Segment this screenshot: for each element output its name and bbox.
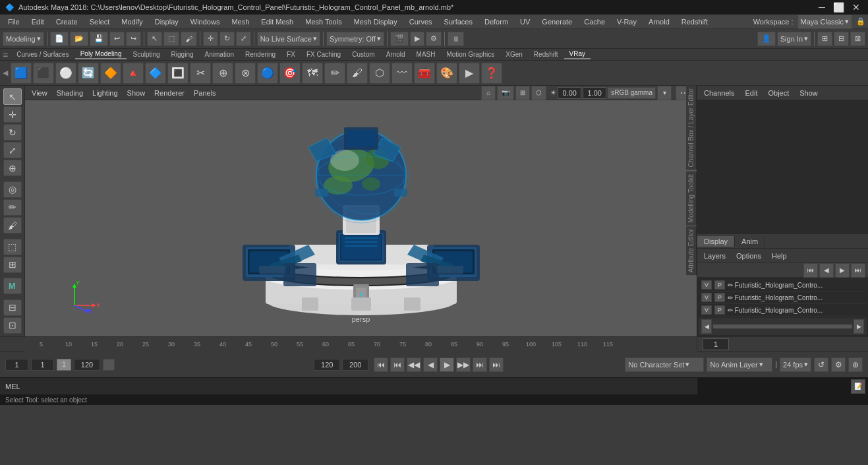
snap-grid[interactable]: ⊟ xyxy=(3,299,22,316)
minimize-btn[interactable]: ─ xyxy=(816,2,828,13)
vp-menu-panels[interactable]: Panels xyxy=(190,88,220,98)
paint-sel-btn[interactable]: 🖌 xyxy=(181,32,197,46)
select-tool[interactable]: ↖ xyxy=(3,88,22,105)
symmetry-dropdown[interactable]: Symmetry: Off ▾ xyxy=(326,32,384,46)
new-file-btn[interactable]: 📄 xyxy=(50,32,69,46)
shelf-icon-1[interactable]: 🟦 xyxy=(11,63,32,84)
shelf-tab-mash[interactable]: MASH xyxy=(411,50,441,59)
shelf-icon-13[interactable]: 🎯 xyxy=(279,63,301,84)
pb-step-back[interactable]: ⏮ xyxy=(390,357,405,372)
layer-nav-end[interactable]: ⏭ xyxy=(851,263,865,278)
shelf-icon-9[interactable]: ✂ xyxy=(190,63,211,84)
shelf-icon-12[interactable]: 🔵 xyxy=(257,63,278,84)
maximize-btn[interactable]: ⬜ xyxy=(830,2,847,13)
layer-p-3[interactable]: P xyxy=(714,305,725,315)
shelf-icon-16[interactable]: 🖌 xyxy=(347,63,368,84)
layer-nav-start[interactable]: ⏮ xyxy=(803,263,818,278)
menu-display[interactable]: Display xyxy=(150,16,184,27)
help-btn[interactable]: Help xyxy=(769,251,790,261)
shelf-tab-poly[interactable]: Poly Modeling xyxy=(75,49,127,59)
shelf-icon-4[interactable]: 🔄 xyxy=(78,63,99,84)
layer-name-1[interactable]: ✏ Futuristic_Hologram_Contro... xyxy=(728,282,864,289)
menu-uv[interactable]: UV xyxy=(515,16,535,27)
pb-play-fwd[interactable]: ▶ xyxy=(440,357,454,372)
layer-name-2[interactable]: ✏ Futuristic_Hologram_Contro... xyxy=(728,294,864,301)
pb-extra-btn[interactable]: ⊕ xyxy=(848,357,863,372)
shelf-icon-7[interactable]: 🔷 xyxy=(145,63,166,84)
layer-p-2[interactable]: P xyxy=(714,293,725,302)
paint-tool[interactable]: 🖌 xyxy=(3,217,22,233)
shelf-tab-fx[interactable]: FX xyxy=(281,50,301,59)
scale-tool[interactable]: ⤢ xyxy=(3,142,22,158)
shelf-icon-17[interactable]: ⬡ xyxy=(369,63,390,84)
gamma-input2[interactable] xyxy=(583,87,606,99)
loop-btn[interactable]: ↺ xyxy=(814,357,828,372)
shelf-menu-icon[interactable]: ≡ xyxy=(3,49,8,60)
shelf-tab-fxcaching[interactable]: FX Caching xyxy=(301,50,346,59)
render-btn[interactable]: 🎬 xyxy=(390,32,409,46)
shelf-tab-xgen[interactable]: XGen xyxy=(500,50,528,59)
menu-meshtools[interactable]: Mesh Tools xyxy=(300,16,347,27)
workspace-dropdown[interactable]: Maya Classic ▾ xyxy=(797,15,852,29)
playback-start-input[interactable] xyxy=(314,359,340,371)
timeline-numbers[interactable]: 5 10 15 20 25 30 35 40 45 50 55 60 65 70… xyxy=(25,337,697,352)
shelf-icon-20[interactable]: 🎨 xyxy=(436,63,457,84)
current-frame-input[interactable] xyxy=(31,359,54,371)
anim-layer-tab[interactable]: Anim xyxy=(735,236,765,247)
display-layer-tab[interactable]: Display xyxy=(697,236,735,247)
rotate-btn[interactable]: ↻ xyxy=(219,32,235,46)
current-frame-right[interactable] xyxy=(703,338,729,350)
vp-menu-show[interactable]: Show xyxy=(123,88,150,98)
signin-dropdown[interactable]: Sign In ▾ xyxy=(777,32,811,46)
shelf-icon-2[interactable]: ⬛ xyxy=(33,63,54,84)
rotate-tool[interactable]: ↻ xyxy=(3,124,22,140)
pb-play-back[interactable]: ◀ xyxy=(423,357,438,372)
pb-skip-end[interactable]: ⏭ xyxy=(489,357,504,372)
menu-create[interactable]: Create xyxy=(51,16,83,27)
settings-btn[interactable]: ⚙ xyxy=(426,32,442,46)
shelf-tab-rendering[interactable]: Rendering xyxy=(240,50,281,59)
shelf-icon-11[interactable]: ⊗ xyxy=(235,63,256,84)
anim-layer-dropdown[interactable]: No Anim Layer ▾ xyxy=(707,357,772,372)
shelf-icon-18[interactable]: 〰 xyxy=(391,63,413,84)
vp-menu-renderer[interactable]: Renderer xyxy=(150,88,188,98)
window-controls[interactable]: ─ ⬜ ✕ xyxy=(816,2,863,13)
menu-windows[interactable]: Windows xyxy=(185,16,225,27)
pause-btn[interactable]: ⏸ xyxy=(448,32,464,46)
layer-p-1[interactable]: P xyxy=(714,280,725,290)
shelf-tab-redshift[interactable]: Redshift xyxy=(529,50,564,59)
menu-surfaces[interactable]: Surfaces xyxy=(439,16,478,27)
menu-editmesh[interactable]: Edit Mesh xyxy=(256,16,299,27)
scale-btn[interactable]: ⤢ xyxy=(236,32,251,46)
vp-icon-grid[interactable]: ⊞ xyxy=(515,86,530,100)
shelf-tab-rigging[interactable]: Rigging xyxy=(166,50,199,59)
ipr-btn[interactable]: ▶ xyxy=(410,32,424,46)
shelf-icon-8[interactable]: 🔳 xyxy=(167,63,188,84)
show-btn[interactable]: Show xyxy=(797,88,821,98)
marquee-sel[interactable]: ⬚ xyxy=(3,239,22,255)
select-tool-btn[interactable]: ↖ xyxy=(147,32,162,46)
shelf-icon-6[interactable]: 🔺 xyxy=(123,63,144,84)
shelf-tab-animation[interactable]: Animation xyxy=(200,50,239,59)
gamma-dropdown[interactable]: ▾ xyxy=(657,86,672,100)
menu-curves[interactable]: Curves xyxy=(404,16,438,27)
shelf-tab-custom[interactable]: Custom xyxy=(347,50,380,59)
shelf-icon-19[interactable]: 🧰 xyxy=(414,63,435,84)
layout-btn2[interactable]: ⊟ xyxy=(834,32,849,46)
move-btn[interactable]: ✛ xyxy=(203,32,218,46)
pb-back[interactable]: ◀◀ xyxy=(407,357,421,372)
pb-settings-btn[interactable]: ⚙ xyxy=(831,357,846,372)
vp-icon-home[interactable]: ⌂ xyxy=(481,86,496,100)
pb-skip-start[interactable]: ⏮ xyxy=(374,357,388,372)
shelf-tab-arnold[interactable]: Arnold xyxy=(381,50,411,59)
snap-surface[interactable]: ⊡ xyxy=(3,317,22,334)
menu-modify[interactable]: Modify xyxy=(116,16,148,27)
undo-btn[interactable]: ↩ xyxy=(109,32,125,46)
playback-end-input[interactable] xyxy=(342,359,368,371)
frame-start-input[interactable] xyxy=(5,359,28,371)
sculpt-tool[interactable]: ✏ xyxy=(3,199,22,216)
open-file-btn[interactable]: 📂 xyxy=(70,32,88,46)
lasso-btn[interactable]: ⬚ xyxy=(163,32,179,46)
menu-vray[interactable]: V-Ray xyxy=(612,16,642,27)
channels-btn[interactable]: Channels xyxy=(701,88,737,98)
